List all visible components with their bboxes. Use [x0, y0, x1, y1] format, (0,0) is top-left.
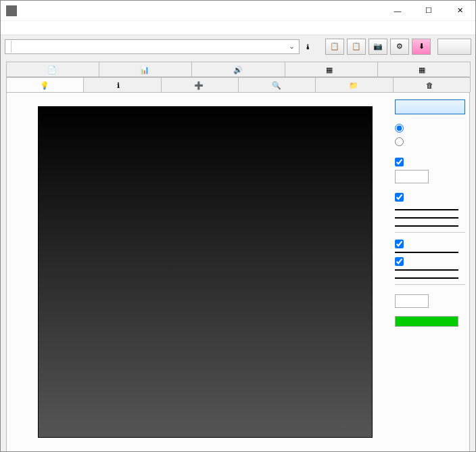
file-icon: 📄	[47, 66, 55, 74]
start-button[interactable]	[395, 99, 465, 114]
access-time-check[interactable]	[395, 238, 465, 249]
copy-screenshot-button[interactable]: 📋	[347, 39, 366, 55]
tab-folder-usage[interactable]: 📁	[315, 77, 393, 92]
info-icon: ℹ	[117, 81, 125, 89]
menubar	[1, 21, 475, 35]
chart-plot-area	[38, 106, 373, 438]
tab-info[interactable]: ℹ	[83, 77, 161, 92]
speaker-icon: 🔊	[233, 66, 241, 74]
tab-erase[interactable]: 🗑	[393, 77, 471, 92]
random-icon: ▦	[326, 66, 334, 74]
tab-health[interactable]: ➕	[161, 77, 239, 92]
extra-icon: ▦	[419, 66, 427, 74]
drive-select[interactable]: ⌄	[5, 39, 300, 54]
maximize-button[interactable]: ☐	[413, 1, 444, 21]
read-radio[interactable]	[395, 122, 465, 133]
tab-error-scan[interactable]: 🔍	[238, 77, 316, 92]
burst-rate-value	[395, 269, 458, 271]
passes-input[interactable]	[395, 294, 429, 308]
search-icon: 🔍	[272, 81, 280, 89]
maximum-value	[395, 217, 458, 219]
copy-info-button[interactable]: 📋	[325, 39, 344, 55]
thermometer-icon: 🌡	[302, 40, 313, 53]
side-panel	[395, 97, 465, 452]
monitor-icon: 📊	[140, 66, 148, 74]
burst-rate-check[interactable]	[395, 256, 465, 267]
tab-extra-tests[interactable]: ▦	[377, 62, 471, 76]
tabrow-bottom: 💡 ℹ ➕ 🔍 📁 🗑	[6, 77, 470, 93]
benchmark-chart	[11, 97, 389, 452]
minimize-button[interactable]: —	[382, 1, 413, 21]
bulb-icon: 💡	[40, 81, 48, 89]
access-time-value	[395, 252, 458, 253]
toolbar: ⌄ 🌡 📋 📋 📷 ⚙ ⬇	[1, 35, 475, 58]
exit-button[interactable]	[437, 39, 471, 55]
passes-progress	[395, 316, 458, 327]
transfer-rate-check[interactable]	[395, 191, 465, 202]
folder-icon: 📁	[349, 81, 357, 89]
minimum-value	[395, 209, 458, 210]
options-button[interactable]: ⚙	[390, 39, 409, 55]
tab-random-access[interactable]: ▦	[285, 62, 378, 76]
save-button[interactable]: ⬇	[412, 39, 431, 55]
short-stroke-check[interactable]	[395, 156, 465, 167]
cpu-usage-value	[395, 277, 458, 279]
short-stroke-input[interactable]	[395, 170, 429, 183]
titlebar: — ☐ ✕	[1, 1, 475, 21]
trash-icon: 🗑	[426, 81, 434, 89]
save-screenshot-button[interactable]: 📷	[368, 39, 387, 55]
tab-benchmark[interactable]: 💡	[6, 77, 84, 92]
health-icon: ➕	[194, 81, 202, 89]
tab-content	[6, 93, 470, 452]
tabrow-top: 📄 📊 🔊 ▦ ▦	[6, 62, 470, 77]
write-radio[interactable]	[395, 136, 465, 147]
close-button[interactable]: ✕	[444, 1, 475, 21]
chart-svg	[39, 107, 372, 437]
average-value	[395, 225, 458, 227]
app-icon	[6, 5, 17, 16]
tab-disk-monitor[interactable]: 📊	[99, 62, 192, 76]
tab-aam[interactable]: 🔊	[191, 62, 285, 76]
tab-area: 📄 📊 🔊 ▦ ▦ 💡 ℹ ➕ 🔍 📁 🗑	[1, 58, 475, 452]
tab-file-benchmark[interactable]: 📄	[6, 62, 99, 76]
chevron-down-icon: ⌄	[287, 42, 296, 51]
